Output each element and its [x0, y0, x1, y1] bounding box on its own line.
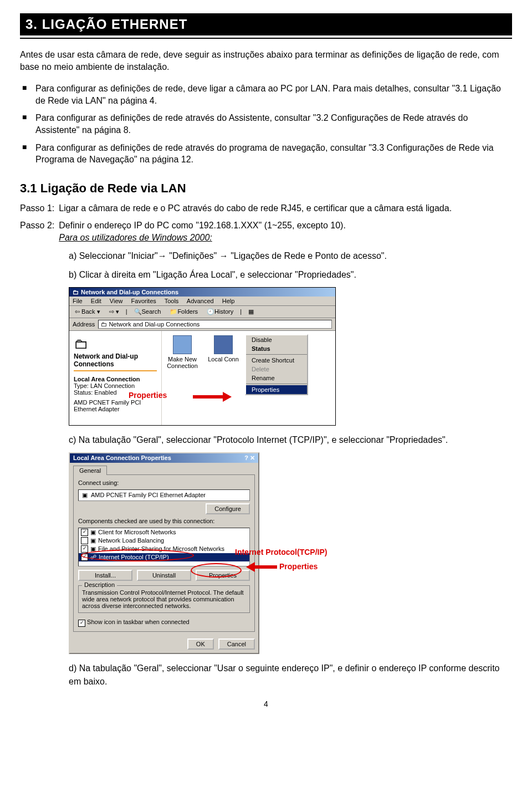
- components-label: Components checked are used by this conn…: [78, 518, 250, 524]
- annotation-arrow-icon: [246, 563, 277, 571]
- context-menu: Disable Status Create Shortcut Delete Re…: [245, 334, 308, 395]
- ctx-delete: Delete: [246, 365, 307, 374]
- dialog-lac-properties: Local Area Connection Properties ? ✕ Gen…: [69, 452, 259, 654]
- menu-item[interactable]: Help: [222, 298, 235, 304]
- dialog-titlebar: Local Area Connection Properties ? ✕: [70, 453, 258, 463]
- step-2: Passo 2: Definir o endereço IP do PC com…: [20, 219, 512, 243]
- step-body: Definir o endereço IP do PC como "192.16…: [59, 219, 512, 243]
- lac-adapter: AMD PCNET Family PCI Ethernet Adapter: [74, 399, 157, 412]
- bullet-item: Para configurar as definições de rede at…: [20, 142, 512, 166]
- ctx-disable[interactable]: Disable: [246, 335, 307, 344]
- ctx-rename[interactable]: Rename: [246, 374, 307, 382]
- subsection-heading: 3.1 Ligação de Rede via LAN: [20, 181, 512, 196]
- nic-icon: ▣: [82, 492, 88, 499]
- annotation-tcpip-label: Internet Protocol(TCP/IP): [235, 548, 327, 556]
- list-item[interactable]: ✓▣Client for Microsoft Networks: [79, 528, 249, 537]
- description-group: Description Transmission Control Protoco…: [78, 585, 250, 613]
- menu-item[interactable]: Advanced: [187, 298, 214, 304]
- ctx-create-shortcut[interactable]: Create Shortcut: [246, 356, 307, 365]
- toolbar-icon[interactable]: ▦: [246, 308, 256, 316]
- tab-strip: General: [70, 463, 258, 474]
- section-title: 3. LIGAÇÃO ETHERNET: [25, 17, 507, 32]
- substep-a: a) Seleccionar "Iniciar"→ "Definições" →…: [69, 249, 512, 263]
- right-pane: Make New Connection Local Conn Disable S…: [162, 331, 335, 425]
- menu-item[interactable]: View: [110, 298, 123, 304]
- menu-item[interactable]: Tools: [165, 298, 179, 304]
- tab-general[interactable]: General: [73, 466, 107, 475]
- substep-b: b) Clicar à direita em "Ligação Área Loc…: [69, 268, 512, 282]
- section-title-box: 3. LIGAÇÃO ETHERNET: [20, 13, 512, 35]
- annotation-oval-properties: [191, 563, 242, 578]
- dialog-title-text: Local Area Connection Properties: [73, 454, 171, 462]
- fwd-button[interactable]: ⇨ ▾: [107, 308, 121, 316]
- win2k-window: 🗀 Network and Dial-up Connections File E…: [69, 287, 336, 426]
- left-pane: 🗀 Network and Dial-up Connections Local …: [69, 331, 162, 425]
- step-body: Ligar a câmara de rede e o PC através do…: [59, 202, 512, 214]
- step-2-underline: Para os utilizadores de Windows 2000:: [59, 232, 512, 244]
- step-1: Passo 1: Ligar a câmara de rede e o PC a…: [20, 202, 512, 214]
- adapter-field: ▣ AMD PCNET Family PCI Ethernet Adapter: [78, 489, 250, 501]
- cancel-button[interactable]: Cancel: [218, 638, 255, 650]
- back-button[interactable]: ⇦ Back ▾: [73, 308, 103, 316]
- bullet-list: Para configurar as definições de rede, d…: [20, 83, 512, 166]
- lac-name: Local Area Connection: [74, 376, 157, 382]
- left-pane-header: Network and Dial-up Connections: [74, 353, 157, 368]
- address-field[interactable]: 🗀 Network and Dial-up Connections: [98, 320, 332, 329]
- configure-button[interactable]: Configure: [206, 503, 250, 514]
- step-2-line1: Definir o endereço IP do PC como "192.16…: [59, 219, 512, 232]
- list-item[interactable]: ▣Network Load Balancing: [79, 537, 249, 545]
- annotation-properties-label: Properties: [129, 391, 167, 400]
- ok-button[interactable]: OK: [187, 638, 214, 650]
- window-title-text: Network and Dial-up Connections: [81, 289, 178, 295]
- search-button[interactable]: 🔍Search: [132, 308, 163, 316]
- show-icon-row[interactable]: ✓ Show icon in taskbar when connected: [78, 619, 250, 627]
- ctx-properties[interactable]: Properties: [246, 385, 307, 394]
- menu-item[interactable]: Favorites: [131, 298, 156, 304]
- history-button[interactable]: 🕘History: [204, 308, 236, 316]
- substep-d: d) Na tabulação "Geral", seleccionar "Us…: [69, 662, 512, 688]
- description-legend: Description: [82, 581, 117, 588]
- address-label: Address: [73, 321, 95, 328]
- step-label: Passo 1:: [20, 202, 54, 214]
- bullet-item: Para configurar as definições de rede at…: [20, 112, 512, 136]
- annotation-oval-tcpip: [81, 549, 194, 561]
- page-number: 4: [20, 699, 512, 708]
- description-text: Transmission Control Protocol/Internet P…: [82, 589, 246, 609]
- annotation-properties-label: Properties: [279, 562, 318, 571]
- connect-using-label: Connect using:: [78, 479, 250, 486]
- screenshot-network-connections: 🗀 Network and Dial-up Connections File E…: [69, 287, 512, 426]
- step-label: Passo 2:: [20, 219, 54, 243]
- intro-paragraph: Antes de usar esta câmara de rede, deve …: [20, 49, 512, 73]
- folders-button[interactable]: 📁Folders: [167, 308, 200, 316]
- address-bar: Address 🗀 Network and Dial-up Connection…: [69, 318, 335, 331]
- ctx-status[interactable]: Status: [246, 344, 307, 353]
- title-underline: [20, 38, 512, 39]
- menu-item[interactable]: File: [73, 298, 83, 304]
- annotation-arrow-icon: [193, 393, 232, 401]
- substep-c: c) Na tabulação "Geral", seleccionar "Pr…: [69, 433, 512, 447]
- toolbar: ⇦ Back ▾ ⇨ ▾ | 🔍Search 📁Folders 🕘History…: [69, 306, 335, 318]
- bullet-item: Para configurar as definições de rede, d…: [20, 83, 512, 106]
- folder-icon: 🗀: [73, 289, 79, 295]
- uninstall-button[interactable]: Uninstall: [137, 570, 191, 581]
- menu-item[interactable]: Edit: [91, 298, 101, 304]
- lac-type: Type: LAN Connection: [74, 382, 157, 389]
- dialog-buttons: ? ✕: [244, 454, 255, 462]
- menu-bar: File Edit View Favorites Tools Advanced …: [69, 297, 335, 306]
- screenshot-lac-properties: Local Area Connection Properties ? ✕ Gen…: [69, 452, 335, 654]
- window-titlebar: 🗀 Network and Dial-up Connections: [69, 288, 335, 297]
- install-button[interactable]: Install...: [78, 570, 132, 581]
- local-area-connection-icon[interactable]: Local Conn: [207, 335, 239, 369]
- make-new-connection-icon[interactable]: Make New Connection: [166, 335, 198, 369]
